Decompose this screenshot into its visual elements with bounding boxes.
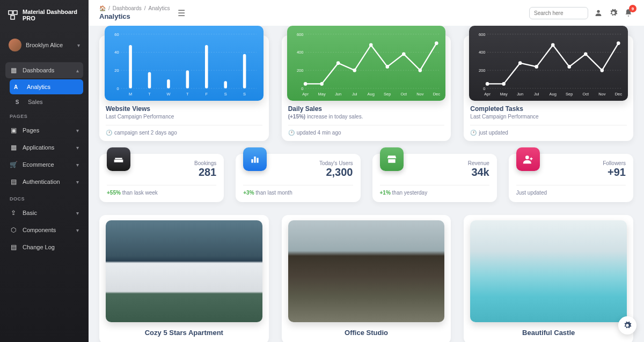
chart-footer: 🕐updated 4 min ago — [288, 125, 445, 136]
svg-text:Dec: Dec — [433, 92, 440, 96]
sidebar-label: Applications — [23, 144, 54, 151]
clock-icon: 🕐 — [106, 130, 112, 136]
svg-text:Sep: Sep — [384, 92, 391, 96]
svg-text:T: T — [148, 92, 151, 96]
user-name: Brooklyn Alice — [26, 42, 63, 48]
notifications-icon[interactable]: 9 — [624, 8, 633, 18]
main: 🏠 / Dashboards / Analytics Analytics ☰ 9 — [89, 0, 644, 342]
property-card[interactable]: Office Studio — [282, 215, 451, 342]
svg-point-70 — [568, 65, 572, 69]
account-icon[interactable] — [594, 8, 603, 18]
chart-card-daily-sales: 0200400600AprMayJunJulAugSepOctNovDec Da… — [282, 35, 451, 141]
breadcrumb-area: 🏠 / Dashboards / Analytics Analytics — [99, 5, 170, 20]
svg-text:Aug: Aug — [367, 92, 374, 96]
svg-point-44 — [385, 65, 389, 69]
stat-card-users: Today's Users2,300 +3% than last month — [236, 154, 360, 202]
sidebar-item-applications[interactable]: ▦ Applications ▾ — [5, 139, 83, 155]
sidebar-label: Dashboards — [23, 67, 54, 73]
svg-text:60: 60 — [114, 32, 119, 37]
svg-text:Nov: Nov — [416, 92, 423, 96]
chevron-down-icon: ▾ — [76, 179, 79, 185]
sidebar-item-pages[interactable]: ▣ Pages ▾ — [5, 122, 83, 138]
svg-text:Aug: Aug — [550, 92, 557, 96]
charts-row: 0204060MTWTFSS Website Views Last Campai… — [99, 35, 633, 141]
person-add-icon — [516, 147, 540, 171]
letter-icon: S — [14, 99, 20, 105]
section-label-pages: PAGES — [5, 108, 83, 122]
weekend-icon — [107, 147, 130, 171]
svg-rect-22 — [224, 81, 227, 88]
svg-rect-80 — [257, 158, 259, 163]
menu-toggle-icon[interactable]: ☰ — [178, 8, 185, 18]
svg-text:Jul: Jul — [534, 92, 539, 96]
svg-text:Jul: Jul — [352, 92, 357, 96]
property-card[interactable]: Cozy 5 Stars Apartment — [99, 215, 269, 342]
svg-rect-14 — [148, 72, 151, 88]
property-title: Office Studio — [288, 329, 445, 337]
svg-rect-18 — [186, 70, 189, 88]
svg-text:Jun: Jun — [517, 92, 523, 96]
sidebar-item-components[interactable]: ⬡ Components ▾ — [5, 222, 83, 238]
chart-card-completed-tasks: 0200400600AprMayJunJulAugSepOctNovDec Co… — [464, 35, 633, 141]
user-menu[interactable]: Brooklyn Alice ▾ — [5, 34, 83, 56]
chevron-up-icon: ▴ — [76, 68, 79, 73]
svg-text:200: 200 — [297, 68, 303, 73]
brand[interactable]: Material Dashboard PRO — [5, 9, 83, 21]
svg-rect-2 — [11, 16, 14, 19]
property-image — [288, 220, 445, 322]
brand-icon — [8, 9, 18, 21]
sidebar-label: Authentication — [23, 179, 60, 185]
properties-row: Cozy 5 Stars Apartment Office Studio Bea… — [99, 215, 633, 342]
svg-text:Oct: Oct — [583, 92, 589, 96]
svg-text:40: 40 — [114, 50, 119, 55]
chevron-down-icon: ▾ — [76, 210, 79, 216]
upload-icon: ⇪ — [10, 209, 17, 217]
svg-text:600: 600 — [479, 32, 485, 37]
sidebar-item-basic[interactable]: ⇪ Basic ▾ — [5, 205, 83, 221]
settings-fab[interactable] — [618, 316, 636, 334]
stat-footer: +55% than lask week — [107, 185, 216, 196]
svg-point-3 — [597, 10, 599, 13]
gear-icon[interactable] — [609, 8, 618, 18]
svg-rect-20 — [205, 45, 208, 88]
stat-card-revenue: Revenue34k +1% than yesterday — [372, 154, 497, 202]
svg-text:0: 0 — [301, 86, 303, 91]
stats-row: Bookings281 +55% than lask week Today's … — [99, 154, 633, 202]
sidebar-item-analytics[interactable]: A Analytics — [10, 79, 83, 94]
stat-card-followers: Followers+91 Just updated — [509, 154, 633, 202]
letter-icon: A — [14, 84, 21, 90]
clock-icon: 🕐 — [470, 130, 477, 136]
stat-card-bookings: Bookings281 +55% than lask week — [99, 154, 224, 202]
chevron-down-icon: ▾ — [77, 42, 80, 48]
sidebar-label: Ecommerce — [23, 161, 54, 168]
property-card[interactable]: Beautiful Castle — [464, 215, 633, 342]
svg-point-60 — [486, 82, 489, 86]
sidebar-item-sales[interactable]: S Sales — [10, 95, 83, 108]
svg-point-66 — [535, 65, 539, 69]
svg-text:200: 200 — [479, 68, 485, 73]
stat-footer: +3% than last month — [243, 185, 353, 196]
chart-bar: 0204060MTWTFSS — [105, 26, 264, 101]
document-icon: ▤ — [10, 178, 17, 185]
svg-point-46 — [402, 52, 406, 56]
chevron-down-icon: ▾ — [76, 162, 79, 168]
sidebar: Material Dashboard PRO Brooklyn Alice ▾ … — [0, 0, 89, 342]
svg-text:Apr: Apr — [302, 92, 309, 96]
cart-icon: 🛒 — [10, 161, 17, 168]
sidebar-item-authentication[interactable]: ▤ Authentication ▾ — [5, 174, 83, 190]
sidebar-item-changelog[interactable]: ▤ Change Log — [5, 239, 83, 255]
svg-text:S: S — [224, 92, 227, 96]
avatar — [9, 39, 21, 51]
home-icon[interactable]: 🏠 — [99, 5, 106, 11]
svg-point-38 — [336, 61, 340, 65]
breadcrumb-dashboards[interactable]: Dashboards — [113, 5, 142, 11]
svg-rect-12 — [129, 45, 132, 88]
breadcrumb: 🏠 / Dashboards / Analytics — [99, 5, 170, 11]
svg-text:0: 0 — [116, 86, 119, 91]
chevron-down-icon: ▾ — [76, 128, 79, 133]
search-input[interactable] — [529, 7, 588, 19]
sidebar-item-ecommerce[interactable]: 🛒 Ecommerce ▾ — [5, 157, 83, 173]
svg-point-34 — [303, 82, 307, 86]
svg-point-62 — [502, 82, 506, 86]
sidebar-item-dashboards[interactable]: ▦ Dashboards ▴ — [5, 62, 83, 78]
